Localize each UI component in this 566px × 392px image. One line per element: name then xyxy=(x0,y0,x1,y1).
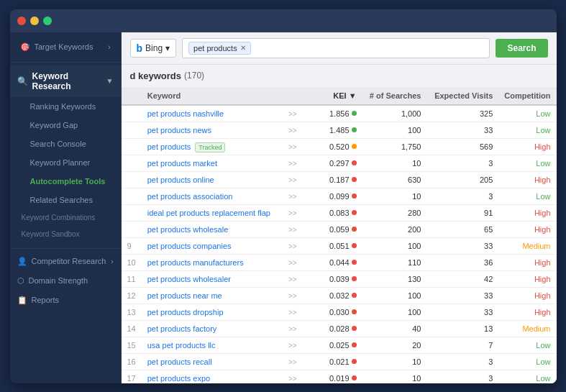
kei-indicator xyxy=(352,309,357,314)
searches-cell: 1,000 xyxy=(362,105,427,122)
sidebar-item-target-keywords[interactable]: 🎯 Target Keywords › xyxy=(17,38,114,56)
table-row: 12 pet products near me >> 0.032 100 33 … xyxy=(122,287,557,304)
keyword-cell: pet products near me xyxy=(142,287,283,304)
col-competition[interactable]: Competition xyxy=(498,87,556,105)
keyword-link[interactable]: pet products factory xyxy=(147,324,217,333)
keyword-link[interactable]: pet products xyxy=(147,142,191,151)
row-chevron: >> xyxy=(283,320,306,337)
sidebar-keyword-research-label: Keyword Research xyxy=(32,71,102,91)
keyword-link[interactable]: usa pet products llc xyxy=(147,341,216,350)
keyword-link[interactable]: pet products wholesaler xyxy=(147,275,231,283)
searches-cell: 130 xyxy=(362,270,427,287)
visits-cell: 42 xyxy=(426,270,498,287)
row-number xyxy=(122,122,142,138)
search-button[interactable]: Search xyxy=(496,39,547,58)
kei-indicator xyxy=(352,293,357,298)
searches-cell: 630 xyxy=(362,171,427,188)
searches-cell: 280 xyxy=(362,204,427,221)
kei-indicator xyxy=(352,111,357,116)
sidebar-item-reports[interactable]: 📋 Reports xyxy=(10,291,121,310)
col-visits[interactable]: Expected Visits xyxy=(426,87,498,105)
row-chevron: >> xyxy=(283,370,306,383)
table-row: pet productsTracked >> 0.520 1,750 569 H… xyxy=(122,138,557,155)
maximize-button[interactable] xyxy=(43,17,52,25)
keyword-link[interactable]: pet products association xyxy=(147,192,233,201)
sidebar-item-competitor-research[interactable]: 👤 Competitor Research › xyxy=(10,252,121,271)
keyword-cell: pet products factory xyxy=(142,320,283,337)
kei-value: 0.030 xyxy=(329,308,350,316)
sidebar-item-keyword-gap[interactable]: Keyword Gap xyxy=(10,116,121,135)
kei-value: 0.187 xyxy=(329,176,350,184)
keyword-link[interactable]: pet products wholesale xyxy=(147,225,229,234)
keyword-link[interactable]: pet products near me xyxy=(147,291,222,300)
kei-value: 1.856 xyxy=(329,109,350,118)
search-input[interactable] xyxy=(255,43,484,53)
close-button[interactable] xyxy=(17,17,26,25)
table-count: (170) xyxy=(184,70,204,81)
row-number xyxy=(122,155,142,171)
competition-cell: Low xyxy=(498,370,556,383)
sidebar-item-domain-strength[interactable]: ⬡ Domain Strength xyxy=(10,271,121,291)
chevron-icon: >> xyxy=(288,325,297,333)
kei-cell: 1.485 xyxy=(306,122,362,138)
bing-icon: b xyxy=(137,42,143,54)
searches-cell: 10 xyxy=(362,353,427,370)
row-chevron: >> xyxy=(283,138,306,155)
row-chevron: >> xyxy=(283,270,306,287)
arrow-right-icon: › xyxy=(111,257,113,265)
searches-cell: 10 xyxy=(362,370,427,383)
sidebar-item-autocomplete-tools[interactable]: Autocomplete Tools xyxy=(10,172,121,191)
sidebar-item-keyword-combinations[interactable]: Keyword Combinations xyxy=(10,209,121,226)
keyword-link[interactable]: pet products nashville xyxy=(147,109,224,118)
kei-value: 0.019 xyxy=(329,374,350,383)
table-row: pet products market >> 0.297 10 3 Low xyxy=(122,155,557,171)
kei-cell: 0.520 xyxy=(306,138,362,155)
visits-cell: 13 xyxy=(426,320,498,337)
keyword-link[interactable]: pet products recall xyxy=(147,357,212,366)
row-chevron: >> xyxy=(283,337,306,353)
col-keyword[interactable]: Keyword xyxy=(142,87,283,105)
minimize-button[interactable] xyxy=(30,17,39,25)
col-searches[interactable]: # of Searches xyxy=(362,87,427,105)
competition-cell: High xyxy=(498,287,556,304)
keyword-link[interactable]: pet products manufacturers xyxy=(147,258,244,267)
kei-indicator xyxy=(352,177,357,182)
kei-cell: 0.032 xyxy=(306,287,362,304)
sidebar-keyword-research-group: 🔍 Keyword Research ▼ Ranking Keywords Ke… xyxy=(10,63,121,245)
keyword-cell: pet products recall xyxy=(142,353,283,370)
sidebar-item-search-console[interactable]: Search Console xyxy=(10,135,121,153)
keyword-link[interactable]: ideal pet products replacement flap xyxy=(147,209,270,217)
kei-indicator xyxy=(352,193,357,199)
keyword-link[interactable]: pet products companies xyxy=(147,242,232,250)
tag-close-button[interactable]: ✕ xyxy=(240,44,246,52)
keyword-link[interactable]: pet products expo xyxy=(147,374,210,383)
search-tag: pet products ✕ xyxy=(188,42,251,55)
keyword-link[interactable]: pet products dropship xyxy=(147,308,224,316)
sidebar-item-keyword-planner[interactable]: Keyword Planner xyxy=(10,153,121,172)
sidebar-item-ranking-keywords[interactable]: Ranking Keywords xyxy=(10,97,121,116)
keyword-cell: pet products nashville xyxy=(142,105,283,122)
kei-value: 0.297 xyxy=(329,159,350,168)
kei-value: 0.025 xyxy=(329,341,350,350)
table-row: 17 pet products expo >> 0.019 10 3 Low xyxy=(122,370,557,383)
competition-cell: Low xyxy=(498,188,556,204)
visits-cell: 569 xyxy=(426,138,498,155)
data-table: Keyword KEI ▼ # of Searches Expected Vis… xyxy=(122,87,557,383)
col-arrow xyxy=(283,87,306,105)
competition-cell: Low xyxy=(498,105,556,122)
sidebar-item-keyword-sandbox[interactable]: Keyword Sandbox xyxy=(10,226,121,242)
keyword-link[interactable]: pet products online xyxy=(147,176,214,184)
engine-select[interactable]: b Bing ▾ xyxy=(130,39,177,58)
table-row: 15 usa pet products llc >> 0.025 20 7 Lo… xyxy=(122,337,557,353)
keyword-link[interactable]: pet products market xyxy=(147,159,217,168)
sidebar-item-related-searches[interactable]: Related Searches xyxy=(10,191,121,209)
competition-cell: High xyxy=(498,270,556,287)
visits-cell: 33 xyxy=(426,287,498,304)
col-kei[interactable]: KEI ▼ xyxy=(306,87,362,105)
reports-icon: 📋 xyxy=(17,296,27,305)
sidebar-item-keyword-research[interactable]: 🔍 Keyword Research ▼ xyxy=(10,65,121,97)
keyword-cell: pet products online xyxy=(142,171,283,188)
visits-cell: 3 xyxy=(426,155,498,171)
keyword-link[interactable]: pet products news xyxy=(147,126,211,135)
chevron-icon: >> xyxy=(288,193,297,201)
